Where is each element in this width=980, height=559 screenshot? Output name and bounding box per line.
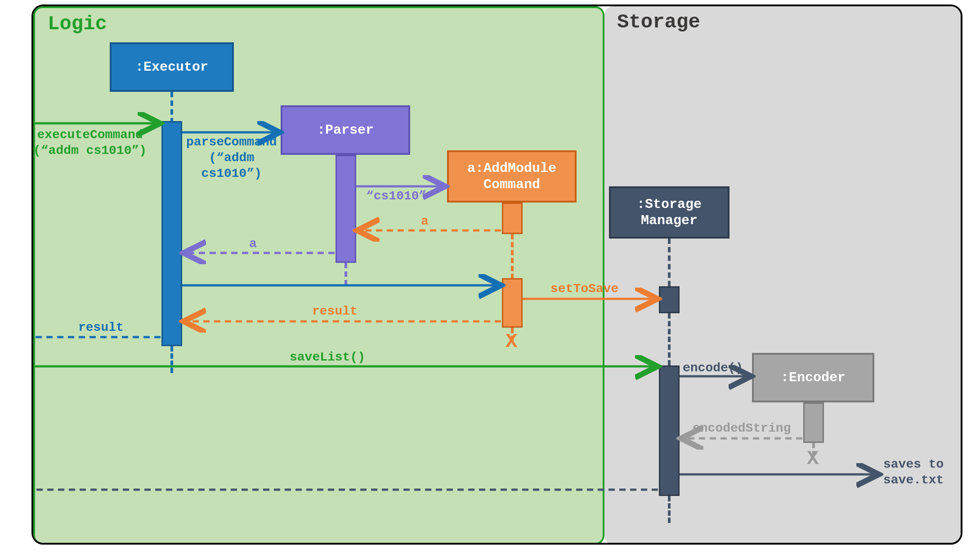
msg-settosave: setToSave: [550, 281, 618, 297]
lifeline-addcmd-mid: [511, 234, 514, 279]
msg-savelist: saveList(): [290, 349, 365, 365]
msg-result-back: result: [312, 303, 358, 319]
msg-parsecommand: parseCommand (“addm cs1010”): [186, 134, 277, 181]
msg-savesto: saves to save.txt: [883, 456, 944, 488]
activation-executor: [161, 121, 182, 346]
lifeline-storagemgr-a: [668, 239, 671, 286]
lifeline-addcmd-head: a:AddModule Command: [447, 150, 577, 203]
destroy-encoder: X: [807, 447, 819, 470]
msg-result-out: result: [78, 320, 124, 335]
lifeline-encoder-head: :Encoder: [752, 353, 874, 402]
package-logic-label: Logic: [48, 13, 107, 35]
activation-parser: [336, 155, 356, 263]
sequence-diagram: Logic Storage :Executor :Parser a:AddMod…: [31, 5, 962, 545]
lifeline-storagemgr-tail: [668, 496, 671, 523]
activation-storagemgr-a: [659, 286, 680, 313]
activation-addcmd-a: [502, 203, 523, 234]
activation-encoder: [803, 402, 824, 443]
msg-return-a-purple: a: [249, 236, 257, 252]
msg-return-a-orange: a: [421, 213, 429, 229]
lifeline-parser-head: :Parser: [281, 105, 410, 155]
lifeline-parser-tail: [345, 263, 347, 285]
msg-cs1010: “cs1010”: [366, 188, 426, 204]
lifeline-executor-head: :Executor: [110, 42, 234, 92]
lifeline-storagemgr-head: :Storage Manager: [609, 186, 729, 239]
lifeline-executor-tail: [170, 346, 173, 373]
lifeline-executor: [170, 92, 173, 123]
msg-encodedstring: encodedString: [693, 420, 791, 436]
lifeline-storagemgr-b: [668, 313, 671, 365]
package-storage-label: Storage: [617, 11, 700, 33]
msg-executecommand: executeCommand (“addm cs1010”): [33, 127, 147, 158]
activation-storagemgr-b: [659, 365, 680, 496]
msg-encode: encode(): [683, 360, 743, 376]
activation-addcmd-b: [502, 278, 523, 328]
destroy-addcmd: X: [506, 330, 517, 353]
